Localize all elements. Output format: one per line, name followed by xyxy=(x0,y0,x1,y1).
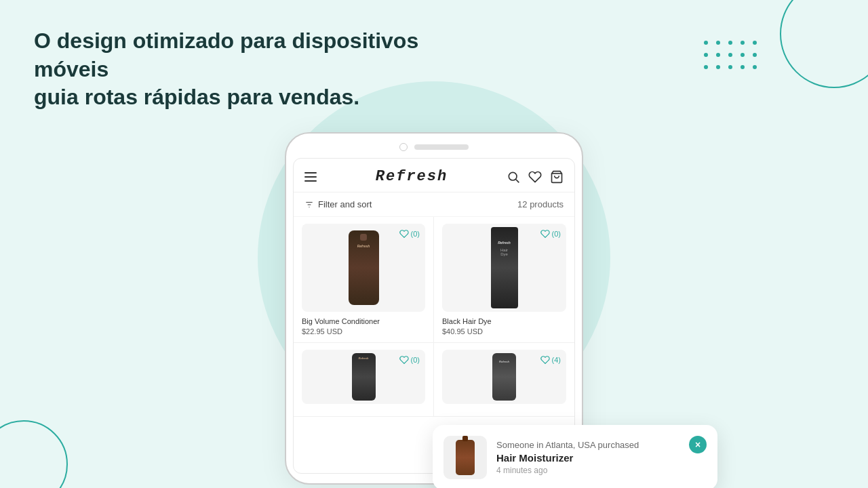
filter-bar: Filter and sort 12 products xyxy=(294,192,574,217)
phone-mockup: Refresh xyxy=(285,132,583,485)
like-badge-3[interactable]: (0) xyxy=(399,355,420,365)
app-header-icons xyxy=(507,170,564,184)
dot xyxy=(704,41,708,45)
dot xyxy=(753,41,757,45)
wishlist-icon[interactable] xyxy=(528,170,542,184)
product-price-2: $40.95 USD xyxy=(442,327,566,336)
page-heading: O design otimizado para dispositivos móv… xyxy=(34,27,441,112)
product-bottle-1: Refresh xyxy=(349,230,379,305)
phone-top-bar xyxy=(286,134,582,158)
product-image-area-1: Refresh (0) xyxy=(302,224,425,312)
dot xyxy=(704,65,708,69)
heading-line2: guia rotas rápidas para vendas. xyxy=(34,83,441,112)
products-count: 12 products xyxy=(517,199,564,209)
toast-purchased-text: Someone in Atlanta, USA purchased xyxy=(496,440,679,450)
product-card-4[interactable]: Refresh (4) xyxy=(434,343,574,417)
heart-icon-4 xyxy=(540,355,550,365)
dot xyxy=(753,53,757,57)
product-tube-2: Refresh Hair Dye xyxy=(491,227,518,308)
like-count-2: (0) xyxy=(552,230,561,238)
product-image-area-2: Refresh Hair Dye (0) xyxy=(442,224,566,312)
heart-icon-2 xyxy=(540,229,550,239)
like-badge-1[interactable]: (0) xyxy=(399,229,420,239)
like-badge-2[interactable]: (0) xyxy=(540,229,561,239)
product-image-area-4: Refresh (4) xyxy=(442,350,566,404)
phone-circle xyxy=(399,143,408,151)
dot xyxy=(741,41,745,45)
dot xyxy=(704,53,708,57)
toast-time: 4 minutes ago xyxy=(496,466,679,475)
close-icon: × xyxy=(695,440,701,449)
search-icon[interactable] xyxy=(507,170,520,184)
dot xyxy=(716,41,720,45)
hamburger-line xyxy=(304,180,317,182)
toast-close-button[interactable]: × xyxy=(689,436,707,453)
dot xyxy=(716,53,720,57)
like-count-4: (4) xyxy=(552,356,561,364)
heart-icon-3 xyxy=(399,355,409,365)
heading-line1: O design otimizado para dispositivos móv… xyxy=(34,27,441,83)
cart-icon[interactable] xyxy=(550,170,564,184)
heart-icon-1 xyxy=(399,229,409,239)
product-name-2: Black Hair Dye xyxy=(442,317,566,325)
dot xyxy=(753,65,757,69)
app-brand-name: Refresh xyxy=(376,168,448,185)
svg-line-1 xyxy=(516,179,519,182)
filter-icon xyxy=(304,200,314,209)
product-small-bottle-4: Refresh xyxy=(492,353,516,401)
toast-product-image xyxy=(443,436,487,479)
dot xyxy=(716,65,720,69)
product-name-1: Big Volume Conditioner xyxy=(302,317,425,325)
dot xyxy=(728,41,732,45)
product-card-1[interactable]: Refresh (0) Big Volume Conditioner $22.9… xyxy=(294,217,434,343)
product-card-2[interactable]: Refresh Hair Dye (0) Black Hair Dye $40.… xyxy=(434,217,574,343)
filter-sort-label: Filter and sort xyxy=(318,199,372,209)
dot xyxy=(741,53,745,57)
toast-product-name: Hair Moisturizer xyxy=(496,452,679,464)
product-grid: Refresh (0) Big Volume Conditioner $22.9… xyxy=(294,217,574,417)
bg-circle-bottom-left xyxy=(0,420,68,488)
like-count-1: (0) xyxy=(411,230,420,238)
dots-grid-decoration xyxy=(704,41,760,72)
svg-point-0 xyxy=(509,172,517,180)
dot xyxy=(728,53,732,57)
product-price-1: $22.95 USD xyxy=(302,327,425,336)
phone-pill xyxy=(414,144,469,150)
hamburger-menu-button[interactable] xyxy=(304,172,317,182)
notification-toast: Someone in Atlanta, USA purchased Hair M… xyxy=(433,425,717,488)
like-badge-4[interactable]: (4) xyxy=(540,355,561,365)
hamburger-line xyxy=(304,176,317,178)
hamburger-line xyxy=(304,172,317,174)
dot xyxy=(728,65,732,69)
product-image-area-3: Refresh (0) xyxy=(302,350,425,404)
toast-bottle-icon xyxy=(456,440,475,475)
filter-left[interactable]: Filter and sort xyxy=(304,199,372,209)
app-header: Refresh xyxy=(294,159,574,192)
bg-circle-top-right xyxy=(780,0,868,88)
dot xyxy=(741,65,745,69)
product-small-bottle-3: Refresh xyxy=(352,353,376,401)
like-count-3: (0) xyxy=(411,356,420,364)
product-card-3[interactable]: Refresh (0) xyxy=(294,343,434,417)
toast-content: Someone in Atlanta, USA purchased Hair M… xyxy=(496,440,679,475)
